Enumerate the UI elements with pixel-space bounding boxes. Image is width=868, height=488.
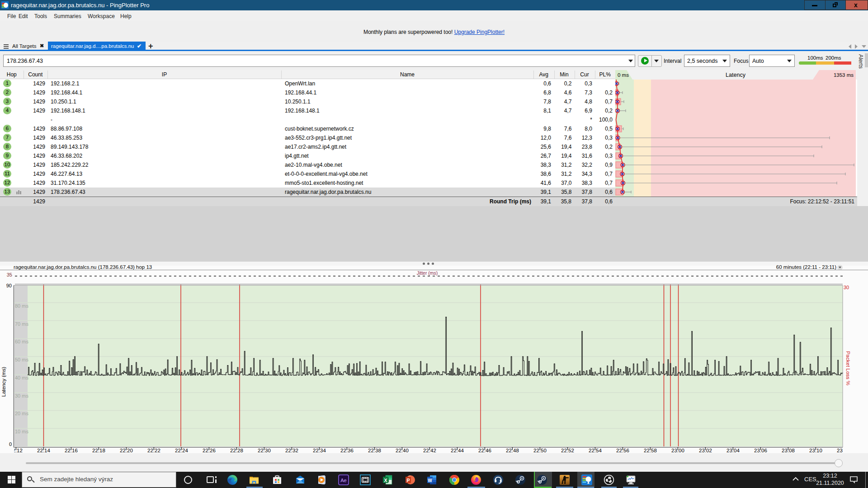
svg-text:22:56: 22:56 <box>616 448 629 453</box>
svg-text:22:46: 22:46 <box>478 448 491 453</box>
svg-text:22:50: 22:50 <box>533 448 547 453</box>
svg-text:22:28: 22:28 <box>230 448 243 453</box>
svg-text:90: 90 <box>6 283 12 288</box>
svg-text:40 ms: 40 ms <box>15 375 28 380</box>
svg-text:0 ms: 0 ms <box>618 72 629 78</box>
svg-text:22:58: 22:58 <box>644 448 657 453</box>
svg-text:22:34: 22:34 <box>313 448 326 453</box>
svg-text:30: 30 <box>844 285 849 290</box>
svg-text:23:04: 23:04 <box>726 448 740 453</box>
svg-text:Latency: Latency <box>726 72 746 78</box>
svg-text:22:44: 22:44 <box>451 448 464 453</box>
svg-text:80 ms: 80 ms <box>15 303 28 309</box>
svg-text:Ae: Ae <box>340 478 346 483</box>
svg-text:23:08: 23:08 <box>782 448 795 453</box>
svg-text:22:16: 22:16 <box>65 448 78 453</box>
svg-text:22:14: 22:14 <box>37 448 50 453</box>
svg-text:23:06: 23:06 <box>754 448 767 453</box>
svg-text:P: P <box>406 478 410 483</box>
svg-text:22:42: 22:42 <box>423 448 436 453</box>
svg-text:Packet Loss %: Packet Loss % <box>845 351 851 385</box>
svg-text:W: W <box>428 478 432 483</box>
svg-text:22:54: 22:54 <box>589 448 602 453</box>
svg-text:22:12: 22:12 <box>9 448 23 453</box>
svg-text:0: 0 <box>9 441 12 447</box>
svg-text:35: 35 <box>7 272 12 277</box>
svg-text:70 ms: 70 ms <box>15 321 28 327</box>
svg-text:22:36: 22:36 <box>340 448 354 453</box>
svg-text:22:32: 22:32 <box>285 448 298 453</box>
svg-text:10 ms: 10 ms <box>15 429 28 434</box>
svg-text:23:12: 23:12 <box>837 448 850 453</box>
svg-text:23:10: 23:10 <box>809 448 822 453</box>
svg-text:22:52: 22:52 <box>561 448 574 453</box>
svg-text:22:40: 22:40 <box>396 448 409 453</box>
svg-text:22:20: 22:20 <box>120 448 133 453</box>
svg-text:20 ms: 20 ms <box>15 411 28 416</box>
svg-text:Latency (ms): Latency (ms) <box>1 367 6 397</box>
svg-text:Jitter (ms): Jitter (ms) <box>417 270 438 276</box>
svg-text:22:48: 22:48 <box>506 448 519 453</box>
svg-text:60 ms: 60 ms <box>15 339 28 344</box>
svg-text:22:38: 22:38 <box>368 448 381 453</box>
svg-text:22:24: 22:24 <box>175 448 188 453</box>
svg-text:50 ms: 50 ms <box>15 357 28 362</box>
svg-text:1353 ms: 1353 ms <box>834 72 854 78</box>
svg-text:22:22: 22:22 <box>147 448 160 453</box>
svg-text:23:02: 23:02 <box>699 448 712 453</box>
svg-text:X: X <box>384 478 387 483</box>
svg-text:30 ms: 30 ms <box>15 393 28 399</box>
svg-text:22:26: 22:26 <box>203 448 216 453</box>
svg-text:23:00: 23:00 <box>671 448 684 453</box>
svg-text:22:30: 22:30 <box>258 448 271 453</box>
svg-text:22:18: 22:18 <box>92 448 105 453</box>
